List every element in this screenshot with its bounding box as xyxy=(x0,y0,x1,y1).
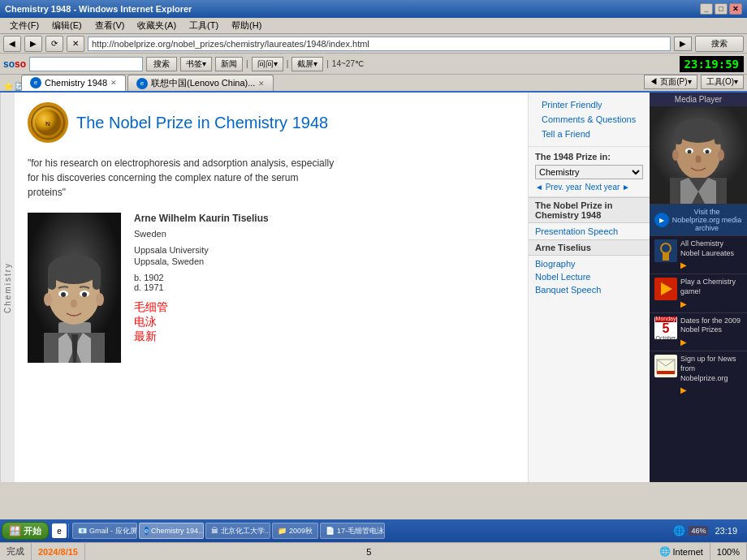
media-player-panel: Media Player xyxy=(650,93,747,482)
folder-icon: 📁 xyxy=(278,527,287,535)
tab-icon-chemistry: e xyxy=(30,77,41,88)
svg-rect-46 xyxy=(657,371,675,374)
search-icon[interactable]: 搜索 xyxy=(695,36,744,52)
restore-button[interactable]: □ xyxy=(715,3,728,15)
next-year-link[interactable]: Next year ► xyxy=(585,183,630,192)
tabs-bar: ⭐ 🔄 e Chemistry 1948 ✕ e 联想中国(Lenovo Chi… xyxy=(0,75,747,93)
person-birth: b. 1902 xyxy=(134,273,515,282)
go-button[interactable]: ▶ xyxy=(674,37,692,51)
taskbar-electrophoresis[interactable]: 📄 17-毛细管电泳~2009 xyxy=(320,523,385,539)
printer-friendly-link[interactable]: Printer Friendly xyxy=(535,97,643,112)
prize-section-title: The 1948 Prize in: xyxy=(535,152,643,162)
svg-point-19 xyxy=(44,293,52,306)
person-photo xyxy=(28,213,121,363)
refresh-button[interactable]: ⟳ xyxy=(45,36,63,52)
weather-display: 14~27℃ xyxy=(332,59,364,68)
signup-thumb xyxy=(654,355,677,377)
presentation-speech-link[interactable]: Presentation Speech xyxy=(535,225,643,238)
chinese-line3: 最新 xyxy=(134,330,515,344)
minimize-button[interactable]: _ xyxy=(700,3,713,15)
signup-text: Sign up for News from Nobelprize.org ▶ xyxy=(680,355,742,395)
media-archive-link[interactable]: ▶ Visit the Nobelprize.org media archive xyxy=(650,204,747,235)
play-chemistry-thumb xyxy=(654,278,677,300)
banquet-speech-link[interactable]: Banquet Speech xyxy=(535,283,643,296)
menu-edit[interactable]: 编辑(E) xyxy=(45,18,89,33)
battery-indicator: 46% xyxy=(689,526,708,536)
close-button[interactable]: ✕ xyxy=(729,3,742,15)
svg-rect-39 xyxy=(663,252,669,261)
ie-quicklaunch[interactable]: e xyxy=(52,523,67,538)
tools-button[interactable]: 工具(O)▾ xyxy=(701,75,744,89)
all-chemistry-card[interactable]: All Chemistry Nobel Laureates ▶ xyxy=(650,235,747,274)
address-input[interactable] xyxy=(88,37,671,51)
ie-icon: e xyxy=(145,527,149,535)
taskbar-chemistry[interactable]: e Chemistry 194... xyxy=(139,523,204,539)
taskbar-2009qiu[interactable]: 📁 2009秋 xyxy=(272,523,318,539)
all-chemistry-text: All Chemistry Nobel Laureates ▶ xyxy=(680,239,742,270)
svg-rect-25 xyxy=(676,127,682,144)
utility-links: Printer Friendly Comments & Questions Te… xyxy=(529,93,650,147)
menu-favorites[interactable]: 收藏夹(A) xyxy=(131,18,183,33)
year-navigation: ◄ Prev. year Next year ► xyxy=(535,183,643,192)
screenshot-button[interactable]: 截屏▾ xyxy=(291,57,323,71)
menu-view[interactable]: 查看(V) xyxy=(89,18,132,33)
menu-file[interactable]: 文件(F) xyxy=(3,18,45,33)
svg-text:N: N xyxy=(45,120,50,127)
back-button[interactable]: ◀ xyxy=(3,36,21,52)
play-chemistry-card[interactable]: Play a Chemistry game! ▶ xyxy=(650,274,747,312)
all-chemistry-thumb xyxy=(654,239,677,262)
signup-card[interactable]: Sign up for News from Nobelprize.org ▶ xyxy=(650,351,747,398)
person-university-line1: Uppsala University xyxy=(134,245,515,255)
laureate-header: Arne Tiselius xyxy=(529,239,650,256)
windows-icon: 🪟 xyxy=(9,525,21,536)
tab-close-lenovo[interactable]: ✕ xyxy=(258,80,265,88)
start-button[interactable]: 🪟 开始 xyxy=(2,522,49,540)
electrophoresis-icon: 📄 xyxy=(326,527,335,535)
main-content: Chemistry N The Nobe xyxy=(0,93,747,482)
tab-lenovo[interactable]: e 联想中国(Lenovo China)... ✕ xyxy=(127,75,274,91)
search-bar: soso 搜索 书签▾ 新闻 | 问问▾ | 截屏▾ | 14~27℃ 23:1… xyxy=(0,54,747,75)
taskbar-clock: 23:19 xyxy=(711,526,741,536)
tab-icon-lenovo: e xyxy=(136,78,148,89)
status-middle: 5 xyxy=(85,547,653,557)
presentation-section: Presentation Speech xyxy=(529,223,650,239)
svg-rect-13 xyxy=(93,265,101,290)
soso-logo: soso xyxy=(3,58,26,70)
separator2: | xyxy=(287,59,289,68)
prev-year-link[interactable]: ◄ Prev. year xyxy=(535,183,582,192)
stop-button[interactable]: ✕ xyxy=(67,36,84,52)
prize-dropdown[interactable]: Chemistry xyxy=(535,165,643,179)
search-input[interactable] xyxy=(29,57,143,71)
svg-point-32 xyxy=(672,149,679,161)
comments-link[interactable]: Comments & Questions xyxy=(535,112,643,127)
status-number: 5 xyxy=(366,547,371,557)
tab-close-chemistry[interactable]: ✕ xyxy=(110,79,117,87)
svg-point-31 xyxy=(696,156,702,163)
dates-card[interactable]: Monday 5 October Dates for the 2009 Nobe… xyxy=(650,312,747,351)
tab-label-lenovo: 联想中国(Lenovo China)... xyxy=(151,77,255,89)
window-controls[interactable]: _ □ ✕ xyxy=(700,3,742,15)
tell-friend-link[interactable]: Tell a Friend xyxy=(535,127,643,141)
ask-button[interactable]: 问问▾ xyxy=(252,57,283,71)
svg-point-24 xyxy=(676,118,721,143)
bookmarks-button[interactable]: 书签▾ xyxy=(180,57,212,71)
taskbar-bju[interactable]: 🏛 北京化工大学... xyxy=(205,523,270,539)
bju-icon: 🏛 xyxy=(211,527,218,535)
all-chemistry-arrow: ▶ xyxy=(680,260,742,270)
menu-help[interactable]: 帮助(H) xyxy=(225,18,268,33)
page-button[interactable]: ◀ 页面(P)▾ xyxy=(644,75,697,89)
menu-bar: 文件(F) 编辑(E) 查看(V) 收藏夹(A) 工具(T) 帮助(H) xyxy=(0,18,747,34)
nobel-lecture-link[interactable]: Nobel Lecture xyxy=(535,270,643,283)
network-icon: 🌐 xyxy=(673,525,685,536)
menu-tools[interactable]: 工具(T) xyxy=(183,18,225,33)
forward-button[interactable]: ▶ xyxy=(24,36,42,52)
taskbar-gmail[interactable]: 📧 Gmail - 应化屏 xyxy=(72,523,137,539)
tab-chemistry[interactable]: e Chemistry 1948 ✕ xyxy=(21,75,126,91)
biography-link[interactable]: Biography xyxy=(535,257,643,270)
chinese-line1: 毛细管 xyxy=(134,300,515,315)
tab-new-button[interactable]: ⭐ xyxy=(3,82,13,91)
news-button[interactable]: 新闻 xyxy=(215,57,243,71)
play-icon: ▶ xyxy=(654,213,669,227)
svg-rect-12 xyxy=(48,265,56,290)
search-button[interactable]: 搜索 xyxy=(146,57,177,71)
